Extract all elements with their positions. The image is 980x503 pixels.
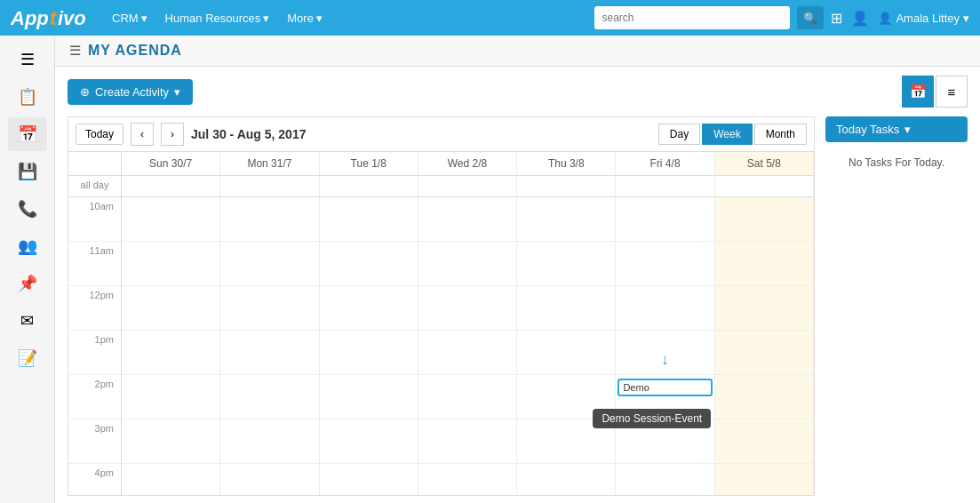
- tasks-dropdown-icon: ▾: [904, 123, 911, 136]
- user-circle-icon[interactable]: 👤: [851, 10, 869, 27]
- nav-more[interactable]: More ▾: [280, 8, 330, 28]
- sidebar-icon-pin[interactable]: 📌: [8, 267, 47, 300]
- allday-sat[interactable]: [715, 176, 814, 196]
- demo-event-tooltip: Demo Session-Event: [593, 409, 711, 428]
- cell-2pm-sat[interactable]: [715, 375, 814, 419]
- logo: App t ivo: [11, 5, 91, 30]
- time-label-10am: 10am: [68, 197, 122, 241]
- allday-wed[interactable]: [418, 176, 517, 196]
- sidebar-icon-mail[interactable]: ✉: [8, 304, 47, 338]
- cell-11am-sat[interactable]: [715, 242, 814, 285]
- cell-12pm-fri[interactable]: [616, 286, 714, 330]
- header-time-empty: [68, 152, 122, 175]
- cell-4pm-mon[interactable]: [220, 464, 319, 495]
- hr-dropdown-icon: ▾: [263, 12, 269, 25]
- sidebar-icon-menu[interactable]: ☰: [8, 43, 47, 76]
- cell-11am-thu[interactable]: [517, 242, 616, 285]
- cell-3pm-mon[interactable]: [220, 419, 319, 463]
- calendar-view-button[interactable]: 📅: [902, 76, 934, 108]
- cell-4pm-sat[interactable]: [715, 464, 814, 495]
- allday-thu[interactable]: [517, 176, 616, 196]
- allday-mon[interactable]: [220, 176, 319, 196]
- nav-hr[interactable]: Human Resources ▾: [158, 8, 277, 28]
- cell-4pm-thu[interactable]: [517, 464, 616, 495]
- sidebar-icon-save[interactable]: 💾: [8, 155, 47, 188]
- view-toggle-buttons: 📅 ≡: [902, 76, 968, 108]
- create-plus-icon: ⊕: [80, 85, 90, 99]
- cell-10am-sun[interactable]: [122, 197, 220, 241]
- cell-1pm-wed[interactable]: [418, 331, 517, 374]
- cell-12pm-tue[interactable]: [320, 286, 418, 330]
- cell-10am-fri[interactable]: [616, 197, 714, 241]
- sidebar-icon-calendar[interactable]: 📅: [8, 117, 47, 151]
- today-button[interactable]: Today: [76, 124, 123, 145]
- sidebar-icon-list[interactable]: 📋: [8, 80, 47, 114]
- calendar-icon: 📅: [18, 124, 37, 144]
- today-tasks-button[interactable]: Today Tasks ▾: [825, 116, 968, 142]
- cell-11am-fri[interactable]: [616, 242, 714, 285]
- allday-row: all day: [68, 176, 814, 197]
- cell-1pm-thu[interactable]: [517, 331, 616, 374]
- cell-3pm-sun[interactable]: [122, 419, 220, 463]
- cell-3pm-tue[interactable]: [320, 419, 418, 463]
- allday-sun[interactable]: [122, 176, 220, 196]
- sidebar-icon-note[interactable]: 📝: [8, 341, 47, 375]
- time-row-4pm: 4pm: [68, 464, 814, 495]
- cell-12pm-mon[interactable]: [220, 286, 319, 330]
- cell-11am-mon[interactable]: [220, 242, 319, 285]
- cell-11am-wed[interactable]: [418, 242, 517, 285]
- cell-1pm-sun[interactable]: [122, 331, 220, 374]
- cell-4pm-tue[interactable]: [320, 464, 418, 495]
- time-row-2pm: 2pm ↓ Demo Demo Session-Event: [68, 375, 814, 419]
- cell-2pm-sun[interactable]: [122, 375, 220, 419]
- cell-10am-thu[interactable]: [517, 197, 616, 241]
- search-button[interactable]: 🔍: [797, 6, 824, 29]
- cell-2pm-fri[interactable]: ↓ Demo Demo Session-Event: [616, 375, 714, 419]
- cell-3pm-wed[interactable]: [418, 419, 517, 463]
- time-label-1pm: 1pm: [68, 331, 122, 374]
- allday-tue[interactable]: [320, 176, 418, 196]
- right-panel: Today Tasks ▾ No Tasks For Today.: [825, 116, 968, 496]
- cell-10am-wed[interactable]: [418, 197, 517, 241]
- cell-12pm-sun[interactable]: [122, 286, 220, 330]
- cell-4pm-wed[interactable]: [418, 464, 517, 495]
- time-label-12pm: 12pm: [68, 286, 122, 330]
- cell-2pm-mon[interactable]: [220, 375, 319, 419]
- sidebar-icon-people[interactable]: 👥: [8, 229, 47, 263]
- list-view-button[interactable]: ≡: [936, 76, 968, 108]
- create-activity-button[interactable]: ⊕ Create Activity ▾: [68, 79, 193, 105]
- demo-event[interactable]: Demo Demo Session-Event: [617, 379, 712, 396]
- cell-1pm-tue[interactable]: [320, 331, 418, 374]
- cell-12pm-sat[interactable]: [715, 286, 814, 330]
- cell-1pm-mon[interactable]: [220, 331, 319, 374]
- toolbar: ⊕ Create Activity ▾ 📅 ≡: [55, 67, 980, 116]
- cell-4pm-sun[interactable]: [122, 464, 220, 495]
- cell-3pm-sat[interactable]: [715, 419, 814, 463]
- time-row-10am: 10am: [68, 197, 814, 242]
- cell-2pm-wed[interactable]: [418, 375, 517, 419]
- prev-button[interactable]: ‹: [131, 123, 154, 146]
- cell-11am-sun[interactable]: [122, 242, 220, 285]
- svg-text:App: App: [11, 7, 49, 29]
- tab-day[interactable]: Day: [658, 124, 700, 145]
- list-icon: 📋: [18, 87, 37, 107]
- nav-crm[interactable]: CRM ▾: [105, 8, 155, 28]
- cell-10am-mon[interactable]: [220, 197, 319, 241]
- grid-icon[interactable]: ⊞: [831, 10, 842, 27]
- sidebar-icon-phone[interactable]: 📞: [8, 192, 47, 226]
- cell-1pm-sat[interactable]: [715, 331, 814, 374]
- cell-10am-tue[interactable]: [320, 197, 418, 241]
- next-button[interactable]: ›: [161, 123, 184, 146]
- cell-12pm-wed[interactable]: [418, 286, 517, 330]
- allday-fri[interactable]: [616, 176, 714, 196]
- cell-10am-sat[interactable]: [715, 197, 814, 241]
- tab-week[interactable]: Week: [702, 124, 752, 145]
- cell-2pm-tue[interactable]: [320, 375, 418, 419]
- tab-month[interactable]: Month: [754, 124, 807, 145]
- cell-11am-tue[interactable]: [320, 242, 418, 285]
- search-input[interactable]: [594, 6, 790, 29]
- cell-12pm-thu[interactable]: [517, 286, 616, 330]
- user-menu[interactable]: 👤 Amala Littey ▾: [878, 12, 969, 25]
- cell-4pm-fri[interactable]: [616, 464, 714, 495]
- page-header-icon: ☰: [69, 43, 81, 59]
